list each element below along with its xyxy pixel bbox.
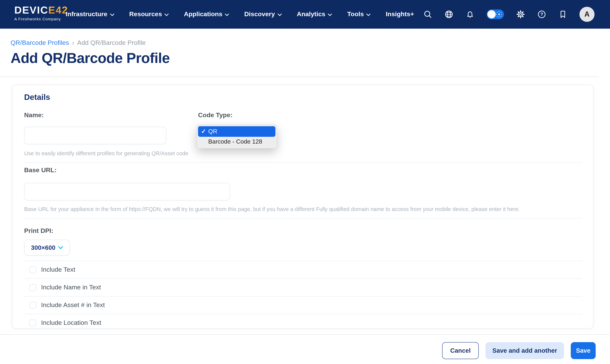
navbar-actions: ? A — [423, 0, 595, 29]
page-title: Add QR/Barcode Profile — [11, 50, 170, 66]
footer-action-bar: Cancel Save and add another Save — [0, 335, 610, 364]
menu-infrastructure[interactable]: Infrastructure — [66, 11, 114, 18]
cancel-button[interactable]: Cancel — [442, 342, 479, 359]
include-name-in-text-checkbox[interactable] — [29, 284, 36, 291]
save-and-add-another-button[interactable]: Save and add another — [485, 342, 564, 359]
print-dpi-label: Print DPI: — [24, 227, 53, 235]
svg-text:?: ? — [541, 12, 543, 17]
menu-resources[interactable]: Resources — [129, 11, 169, 18]
breadcrumb-separator: › — [72, 39, 74, 47]
device42-logo[interactable]: DEVICE42 A Freshworks Company — [14, 4, 68, 21]
code-type-label: Code Type: — [198, 112, 233, 119]
print-dpi-select[interactable]: 300×600 — [24, 240, 70, 256]
include-text-row[interactable]: Include Text — [24, 261, 582, 278]
check-icon: ✓ — [201, 128, 207, 135]
search-icon[interactable] — [423, 10, 432, 19]
notifications-bell-icon[interactable] — [466, 10, 475, 19]
sun-icon — [498, 13, 500, 15]
menu-discovery[interactable]: Discovery — [244, 11, 282, 18]
chevron-down-icon — [58, 246, 63, 249]
breadcrumb-current: Add QR/Barcode Profile — [77, 39, 146, 47]
details-section-title: Details — [24, 93, 50, 102]
theme-toggle[interactable] — [487, 9, 504, 19]
globe-icon[interactable] — [444, 10, 453, 19]
toggle-knob — [487, 10, 496, 18]
logo-text: DEVICE42 — [14, 4, 68, 16]
chevron-down-icon — [165, 13, 169, 16]
menu-insights[interactable]: Insights+ — [386, 11, 414, 18]
include-name-in-text-row[interactable]: Include Name in Text — [24, 278, 582, 296]
logo-accent-text: E42 — [48, 4, 68, 16]
name-input[interactable] — [24, 127, 166, 144]
include-location-text-row[interactable]: Include Location Text — [24, 314, 582, 329]
include-asset-in-text-row[interactable]: Include Asset # in Text — [24, 296, 582, 314]
top-navbar: DEVICE42 A Freshworks Company Infrastruc… — [0, 0, 610, 29]
user-avatar[interactable]: A — [580, 7, 595, 22]
include-asset-in-text-checkbox[interactable] — [29, 302, 36, 309]
section-divider — [24, 162, 582, 163]
base-url-help-text: Base URL for your appliance in the form … — [24, 206, 520, 212]
chevron-down-icon — [366, 13, 371, 16]
settings-gear-icon[interactable] — [516, 10, 525, 19]
chevron-down-icon — [225, 13, 229, 16]
base-url-label: Base URL: — [24, 167, 56, 174]
menu-tools[interactable]: Tools — [347, 11, 371, 18]
section-divider — [24, 218, 582, 219]
menu-applications[interactable]: Applications — [184, 11, 229, 18]
breadcrumb-parent-link[interactable]: QR/Barcode Profiles — [11, 39, 69, 47]
code-type-dropdown-menu: ✓ QR Barcode - Code 128 — [196, 125, 277, 148]
name-help-text: Use to easily identify different profile… — [24, 150, 188, 156]
print-dpi-value: 300×600 — [31, 244, 55, 251]
base-url-input[interactable] — [24, 183, 230, 200]
name-label: Name: — [24, 112, 44, 119]
code-type-option-barcode[interactable]: Barcode - Code 128 — [198, 137, 275, 147]
header-divider — [0, 77, 599, 77]
help-icon[interactable]: ? — [537, 10, 546, 19]
logo-subtitle: A Freshworks Company — [14, 17, 68, 21]
details-card: Details Name: Use to easily identify dif… — [12, 85, 593, 329]
include-location-text-checkbox[interactable] — [29, 320, 36, 326]
menu-analytics[interactable]: Analytics — [297, 11, 332, 18]
chevron-down-icon — [110, 13, 114, 16]
code-type-option-qr[interactable]: ✓ QR — [198, 126, 275, 137]
main-menu: Infrastructure Resources Applications Di… — [66, 0, 414, 29]
bookmark-icon[interactable] — [558, 10, 567, 19]
save-button[interactable]: Save — [571, 342, 596, 359]
checkbox-list: Include Text Include Name in Text Includ… — [24, 261, 582, 329]
chevron-down-icon — [328, 13, 332, 16]
include-text-checkbox[interactable] — [29, 266, 36, 273]
chevron-down-icon — [278, 13, 282, 16]
breadcrumb: QR/Barcode Profiles › Add QR/Barcode Pro… — [11, 39, 146, 47]
